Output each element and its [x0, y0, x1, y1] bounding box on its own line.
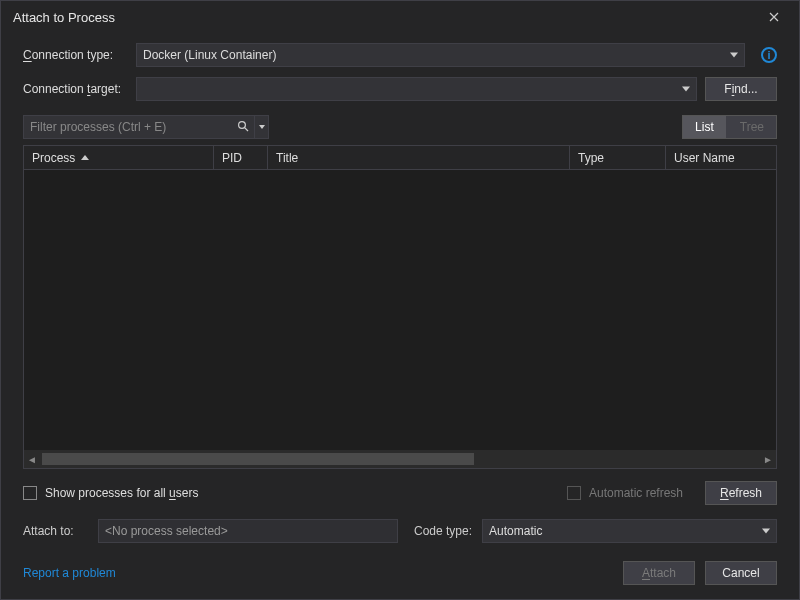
- filter-dropdown-button[interactable]: [254, 116, 268, 138]
- scroll-track[interactable]: [40, 453, 760, 465]
- column-header-title[interactable]: Title: [268, 146, 570, 169]
- connection-target-select[interactable]: [136, 77, 697, 101]
- cancel-button[interactable]: Cancel: [705, 561, 777, 585]
- show-all-users-label[interactable]: Show processes for all users: [45, 486, 198, 500]
- search-icon[interactable]: [232, 120, 254, 135]
- horizontal-scrollbar[interactable]: ◄ ►: [24, 450, 776, 468]
- filter-row: List Tree: [23, 115, 777, 139]
- connection-target-label: Connection target:: [23, 82, 128, 96]
- connection-type-select[interactable]: Docker (Linux Container): [136, 43, 745, 67]
- options-row: Show processes for all users Automatic r…: [23, 481, 777, 505]
- close-button[interactable]: [757, 4, 791, 30]
- attach-button: Attach: [623, 561, 695, 585]
- window-title: Attach to Process: [13, 10, 757, 25]
- attach-to-label: Attach to:: [23, 524, 88, 538]
- code-type-select[interactable]: Automatic: [482, 519, 777, 543]
- report-problem-link[interactable]: Report a problem: [23, 566, 116, 580]
- view-toggle: List Tree: [682, 115, 777, 139]
- filter-input[interactable]: [24, 120, 232, 134]
- code-type-label: Code type:: [414, 524, 472, 538]
- view-list-button[interactable]: List: [683, 116, 726, 138]
- svg-point-0: [239, 121, 246, 128]
- refresh-button[interactable]: Refresh: [705, 481, 777, 505]
- column-header-process[interactable]: Process: [24, 146, 214, 169]
- scroll-right-icon[interactable]: ►: [760, 454, 776, 465]
- sort-asc-icon: [81, 155, 89, 160]
- process-grid: Process PID Title Type User Name ◄ ►: [23, 145, 777, 469]
- connection-type-row: Connection type: Docker (Linux Container…: [23, 43, 777, 67]
- code-type-value: Automatic: [489, 524, 542, 538]
- auto-refresh-checkbox: [567, 486, 581, 500]
- grid-body-empty: [24, 170, 776, 450]
- scroll-left-icon[interactable]: ◄: [24, 454, 40, 465]
- chevron-down-icon: [730, 53, 738, 58]
- close-icon: [769, 12, 779, 22]
- auto-refresh-label: Automatic refresh: [589, 486, 683, 500]
- column-header-type[interactable]: Type: [570, 146, 666, 169]
- scroll-thumb[interactable]: [42, 453, 474, 465]
- attach-to-process-dialog: Attach to Process Connection type: Docke…: [0, 0, 800, 600]
- attach-to-field: <No process selected>: [98, 519, 398, 543]
- chevron-down-icon: [682, 87, 690, 92]
- svg-line-1: [245, 127, 248, 130]
- grid-header: Process PID Title Type User Name: [24, 146, 776, 170]
- column-header-user[interactable]: User Name: [666, 146, 776, 169]
- connection-target-row: Connection target: Find...: [23, 77, 777, 101]
- titlebar: Attach to Process: [1, 1, 799, 33]
- filter-box[interactable]: [23, 115, 269, 139]
- column-header-pid[interactable]: PID: [214, 146, 268, 169]
- chevron-down-icon: [762, 529, 770, 534]
- info-icon[interactable]: i: [761, 47, 777, 63]
- view-tree-button[interactable]: Tree: [728, 116, 776, 138]
- footer: Report a problem Attach Cancel: [23, 561, 777, 585]
- find-button[interactable]: Find...: [705, 77, 777, 101]
- dialog-body: Connection type: Docker (Linux Container…: [1, 33, 799, 599]
- show-all-users-checkbox[interactable]: [23, 486, 37, 500]
- connection-type-value: Docker (Linux Container): [143, 48, 276, 62]
- connection-type-label: Connection type:: [23, 48, 128, 62]
- attach-row: Attach to: <No process selected> Code ty…: [23, 519, 777, 543]
- chevron-down-icon: [259, 125, 265, 129]
